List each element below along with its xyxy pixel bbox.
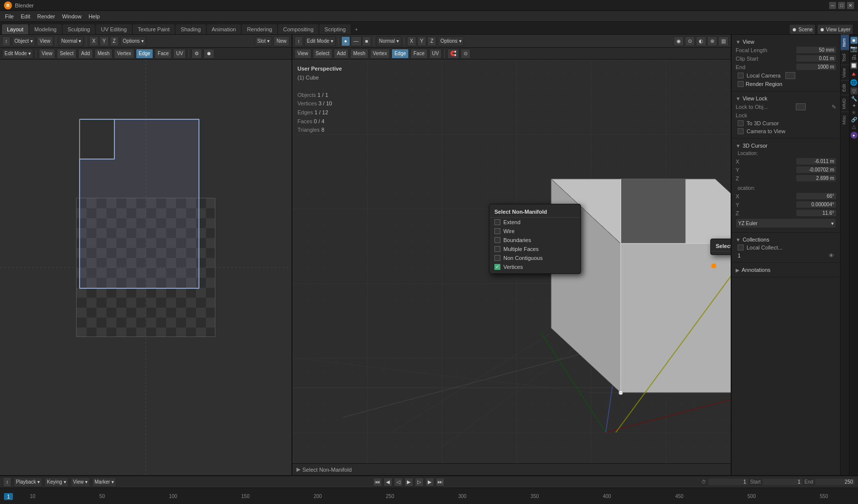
jump-end-btn[interactable]: ⏭ (436, 478, 445, 487)
3d-z-btn[interactable]: Z (427, 36, 436, 46)
data-icon2[interactable]: △ (852, 124, 856, 129)
tab-misc[interactable]: Misc (841, 112, 849, 128)
popup-item-wire[interactable]: Wire (489, 227, 580, 236)
tab-scripting[interactable]: Scripting (319, 24, 351, 34)
view-lock-header[interactable]: ▼ View Lock (736, 94, 836, 102)
scene-properties-icon[interactable]: ⏺ (851, 37, 858, 44)
tab-texture-paint[interactable]: Texture Paint (133, 24, 175, 34)
marker-dropdown[interactable]: Marker ▾ (92, 477, 116, 487)
3d-magnet-btn[interactable]: 🧲 (447, 49, 459, 59)
uv-edge-btn[interactable]: Edge (136, 49, 153, 59)
slot-dropdown[interactable]: Slot ▾ (255, 36, 272, 46)
3d-viewport-canvas[interactable]: User Perspective (1) Cube Objects 1 / 1 … (292, 60, 731, 475)
normal-dropdown-left[interactable]: Normal ▾ (59, 36, 84, 46)
popup-item-boundaries[interactable]: Boundaries (489, 236, 580, 245)
next-keyframe-btn[interactable]: ▷ (415, 478, 424, 487)
clip-start-value[interactable]: 0.01 m (796, 55, 836, 62)
tab-edit[interactable]: Edit (841, 81, 849, 95)
tab-modeling[interactable]: Modeling (29, 24, 62, 34)
tab-mmd[interactable]: MMD (841, 95, 849, 112)
scene-icon2[interactable]: 🔺 (850, 71, 858, 78)
wire-checkbox[interactable] (494, 228, 500, 234)
rotation-mode-dropdown[interactable]: YZ Euler ▾ (736, 218, 836, 228)
view-dropdown[interactable]: View ▾ (71, 477, 90, 487)
cursor-x-value[interactable]: -6.011 m (796, 158, 836, 165)
popup-item-extend[interactable]: Extend (489, 218, 580, 227)
material-icon[interactable]: ● (851, 132, 858, 139)
physics-icon[interactable]: ⚛ (852, 110, 856, 115)
tab-uv-editing[interactable]: UV Editing (96, 24, 132, 34)
tab-item[interactable]: Item (841, 35, 849, 50)
tab-tool[interactable]: Tool (841, 50, 849, 65)
world-icon[interactable]: 🌐 (850, 79, 858, 86)
face-select-mode[interactable]: ■ (362, 36, 371, 46)
constraints-icon[interactable]: 🔗 (851, 117, 857, 122)
local-camera-checkbox[interactable] (738, 73, 744, 79)
3d-add-btn[interactable]: Add (334, 49, 349, 59)
xyz-x-btn[interactable]: X (89, 36, 98, 46)
close-button[interactable]: ✕ (847, 2, 854, 9)
local-camera-indicator[interactable] (785, 72, 795, 79)
uv-uv-btn[interactable]: UV (173, 49, 186, 59)
options-dropdown-right[interactable]: Options ▾ (438, 36, 464, 46)
3d-mesh-btn[interactable]: Mesh (350, 49, 368, 59)
current-frame-input[interactable]: 1 (708, 479, 748, 485)
menu-help[interactable]: Help (86, 12, 103, 20)
viewport-xray[interactable]: ▥ (718, 36, 729, 46)
menu-file[interactable]: File (2, 12, 17, 20)
vertices-checkbox[interactable]: ✓ (494, 264, 500, 270)
viewport-shading-solid[interactable]: ◉ (673, 36, 684, 46)
xyz-z-btn[interactable]: Z (110, 36, 119, 46)
popup-item-multiple-faces[interactable]: Multiple Faces (489, 245, 580, 253)
uv-add-btn[interactable]: Add (78, 49, 93, 59)
render-region-checkbox[interactable] (738, 81, 744, 87)
prev-frame-btn[interactable]: ◀ (383, 478, 392, 487)
maximize-button[interactable]: □ (838, 2, 845, 9)
3d-select-btn[interactable]: Select (313, 49, 333, 59)
view-btn-left[interactable]: View (37, 36, 54, 46)
object-mode-dropdown[interactable]: Object ▾ (12, 36, 35, 46)
uv-mesh-btn[interactable]: Mesh (95, 49, 112, 59)
multiple-faces-checkbox[interactable] (494, 246, 500, 252)
non-contiguous-checkbox[interactable] (494, 255, 500, 261)
vertex-select-mode[interactable]: ● (341, 36, 350, 46)
cursor-z-value[interactable]: 2.699 m (796, 175, 836, 181)
tab-sculpting[interactable]: Sculpting (63, 24, 95, 34)
viewport-shading-rendered[interactable]: ◐ (696, 36, 706, 46)
uv-editor-canvas[interactable] (0, 60, 291, 475)
3d-mode-btn[interactable]: ↕ (294, 36, 303, 46)
boundaries-checkbox[interactable] (494, 237, 500, 243)
cursor-rz-value[interactable]: 11.6° (796, 210, 836, 216)
3d-face-btn[interactable]: Face (410, 49, 427, 59)
scene-selector[interactable]: ⏺ Scene (789, 24, 815, 34)
uv-select-btn[interactable]: Select (57, 49, 77, 59)
cursor-y-value[interactable]: -0.00702 m (796, 167, 836, 173)
new-btn[interactable]: New (274, 36, 289, 46)
clip-end-value[interactable]: 1000 m (796, 64, 836, 70)
popup-item-non-contiguous[interactable]: Non Contiguous (489, 253, 580, 262)
tab-rendering[interactable]: Rendering (242, 24, 277, 34)
3d-cursor-header[interactable]: ▼ 3D Cursor (736, 142, 836, 150)
edit-mode-dropdown-left[interactable]: Edit Mode ▾ (2, 49, 33, 59)
object-props-icon[interactable]: ▽ (851, 87, 858, 94)
uv-overlay-btn[interactable]: ⏺ (203, 49, 214, 59)
render-icon[interactable]: 📷 (850, 45, 858, 52)
3d-vertex-btn[interactable]: Vertex (370, 49, 390, 59)
menu-edit[interactable]: Edit (18, 12, 33, 20)
edge-select-mode[interactable]: — (351, 36, 362, 46)
3d-uv-btn[interactable]: UV (429, 49, 442, 59)
collections-eye-icon[interactable]: 👁 (829, 252, 834, 258)
uv-editor-mode-btn[interactable]: ↕ (2, 36, 10, 46)
playback-dropdown[interactable]: Playback ▾ (13, 477, 42, 487)
extend-checkbox[interactable] (494, 219, 500, 225)
timeline-track[interactable]: 1 10 50 100 150 200 250 300 350 400 450 … (0, 488, 858, 504)
keying-dropdown[interactable]: Keying ▾ (44, 477, 68, 487)
tab-shading[interactable]: Shading (176, 24, 205, 34)
tab-compositing[interactable]: Compositing (278, 24, 318, 34)
options-dropdown-left[interactable]: Options ▾ (120, 36, 146, 46)
particles-icon[interactable]: ✦ (852, 103, 856, 108)
to-3d-cursor-checkbox[interactable] (738, 120, 744, 126)
uv-vertex-btn[interactable]: Vertex (114, 49, 134, 59)
3d-edge-btn[interactable]: Edge (391, 49, 409, 59)
camera-to-view-checkbox[interactable] (738, 128, 744, 134)
